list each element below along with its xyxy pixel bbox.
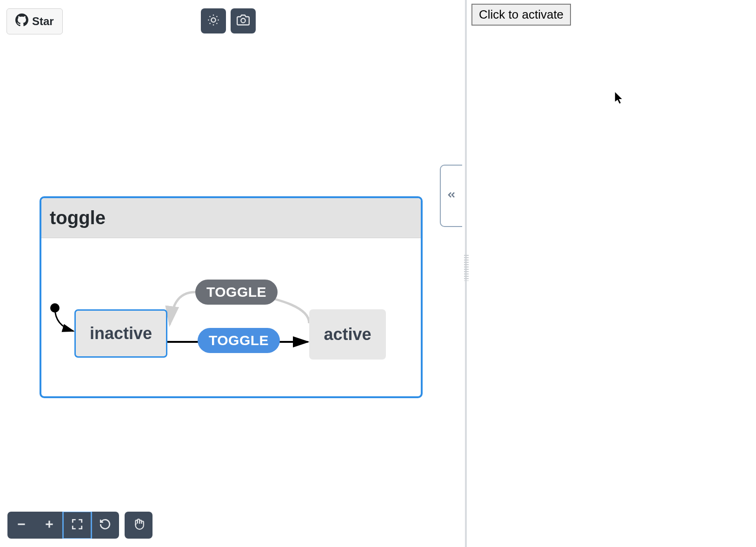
event-toggle-forward[interactable]: TOGGLE	[198, 328, 280, 353]
pan-tool-button[interactable]	[125, 512, 153, 539]
state-label: inactive	[90, 324, 152, 343]
bottom-toolbar	[7, 512, 153, 539]
event-toggle-back[interactable]: TOGGLE	[195, 280, 278, 305]
minus-icon	[15, 518, 27, 532]
chevrons-left-icon	[446, 189, 457, 202]
zoom-out-button[interactable]	[7, 512, 35, 539]
activate-button[interactable]: Click to activate	[471, 4, 571, 26]
right-panel: Click to activate	[465, 0, 756, 547]
fit-icon	[71, 518, 83, 532]
zoom-in-button[interactable]	[35, 512, 63, 539]
hand-icon	[133, 518, 145, 532]
fit-view-button[interactable]	[63, 512, 91, 539]
panel-resize-handle[interactable]	[464, 255, 469, 281]
diagram-canvas[interactable]: toggle inactive active TOGGLE TOGGLE	[0, 0, 461, 547]
event-label: TOGGLE	[209, 333, 269, 348]
collapse-panel-tab[interactable]	[440, 165, 462, 227]
event-label: TOGGLE	[206, 284, 266, 300]
state-inactive[interactable]: inactive	[74, 309, 167, 358]
machine-title: toggle	[41, 198, 421, 238]
reset-view-button[interactable]	[91, 512, 119, 539]
reset-icon	[99, 518, 111, 532]
zoom-tool-group	[7, 512, 119, 539]
state-active[interactable]: active	[309, 309, 386, 360]
plus-icon	[43, 518, 55, 532]
state-label: active	[324, 325, 371, 344]
